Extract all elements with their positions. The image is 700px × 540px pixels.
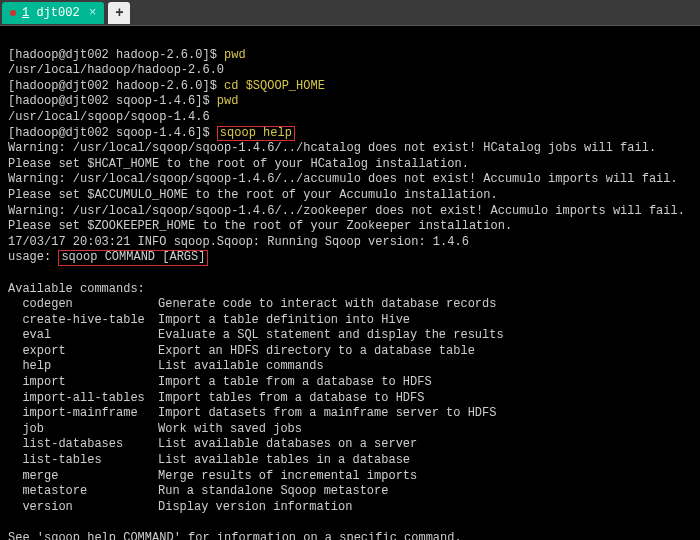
command-name: metastore (8, 484, 158, 500)
command-row: jobWork with saved jobs (8, 422, 692, 438)
command-desc: Run a standalone Sqoop metastore (158, 484, 388, 498)
command-desc: Merge results of incremental imports (158, 469, 417, 483)
command-row: create-hive-tableImport a table definiti… (8, 313, 692, 329)
tab-title: 1 djt002 (22, 6, 80, 20)
command-desc: Import datasets from a mainframe server … (158, 406, 496, 420)
prompt-3: [hadoop@djt002 sqoop-1.4.6]$ (8, 94, 217, 108)
cmd-sqoop-help: sqoop help (217, 126, 295, 141)
command-row: exportExport an HDFS directory to a data… (8, 344, 692, 360)
warn-zookeeper: Warning: /usr/local/sqoop/sqoop-1.4.6/..… (8, 204, 685, 218)
warn-hcat: Warning: /usr/local/sqoop/sqoop-1.4.6/..… (8, 141, 656, 155)
command-row: list-tablesList available tables in a da… (8, 453, 692, 469)
usage-line: usage: sqoop COMMAND [ARGS] (8, 250, 208, 264)
command-desc: Work with saved jobs (158, 422, 302, 436)
command-row: import-all-tablesImport tables from a da… (8, 391, 692, 407)
close-icon[interactable]: × (89, 5, 97, 20)
cmd-pwd-1: pwd (224, 48, 246, 62)
command-row: mergeMerge results of incremental import… (8, 469, 692, 485)
add-tab-button[interactable]: + (108, 2, 130, 24)
command-name: help (8, 359, 158, 375)
command-desc: List available databases on a server (158, 437, 417, 451)
warn-accumulo: Warning: /usr/local/sqoop/sqoop-1.4.6/..… (8, 172, 678, 186)
available-commands-header: Available commands: (8, 282, 145, 296)
see-more: See 'sqoop help COMMAND' for information… (8, 531, 462, 540)
command-desc: Import tables from a database to HDFS (158, 391, 424, 405)
command-desc: Evaluate a SQL statement and display the… (158, 328, 504, 342)
command-row: importImport a table from a database to … (8, 375, 692, 391)
command-desc: Import a table definition into Hive (158, 313, 410, 327)
command-name: codegen (8, 297, 158, 313)
command-row: import-mainframeImport datasets from a m… (8, 406, 692, 422)
command-name: import-all-tables (8, 391, 158, 407)
set-zookeeper: Please set $ZOOKEEPER_HOME to the root o… (8, 219, 512, 233)
command-desc: List available tables in a database (158, 453, 410, 467)
command-name: create-hive-table (8, 313, 158, 329)
command-desc: Import a table from a database to HDFS (158, 375, 432, 389)
command-row: codegenGenerate code to interact with da… (8, 297, 692, 313)
usage-box: sqoop COMMAND [ARGS] (58, 250, 208, 265)
prompt-4: [hadoop@djt002 sqoop-1.4.6]$ (8, 126, 217, 140)
prompt-2: [hadoop@djt002 hadoop-2.6.0]$ (8, 79, 224, 93)
command-name: merge (8, 469, 158, 485)
command-name: list-tables (8, 453, 158, 469)
command-desc: Export an HDFS directory to a database t… (158, 344, 475, 358)
out-pwd2: /usr/local/sqoop/sqoop-1.4.6 (8, 110, 210, 124)
command-name: job (8, 422, 158, 438)
set-hcat: Please set $HCAT_HOME to the root of you… (8, 157, 469, 171)
command-name: eval (8, 328, 158, 344)
tab-active[interactable]: 1 djt002 × (2, 2, 104, 24)
command-row: helpList available commands (8, 359, 692, 375)
command-row: versionDisplay version information (8, 500, 692, 516)
command-row: evalEvaluate a SQL statement and display… (8, 328, 692, 344)
command-name: version (8, 500, 158, 516)
out-pwd1: /usr/local/hadoop/hadoop-2.6.0 (8, 63, 224, 77)
command-row: list-databasesList available databases o… (8, 437, 692, 453)
command-name: export (8, 344, 158, 360)
command-row: metastoreRun a standalone Sqoop metastor… (8, 484, 692, 500)
command-desc: Display version information (158, 500, 352, 514)
prompt-1: [hadoop@djt002 hadoop-2.6.0]$ (8, 48, 224, 62)
status-dot-icon (10, 10, 16, 16)
cmd-pwd-2: pwd (217, 94, 239, 108)
command-name: import-mainframe (8, 406, 158, 422)
command-name: import (8, 375, 158, 391)
command-desc: List available commands (158, 359, 324, 373)
commands-list: codegenGenerate code to interact with da… (8, 297, 692, 515)
command-name: list-databases (8, 437, 158, 453)
set-accumulo: Please set $ACCUMULO_HOME to the root of… (8, 188, 498, 202)
terminal-output[interactable]: [hadoop@djt002 hadoop-2.6.0]$ pwd /usr/l… (0, 26, 700, 540)
cmd-cd: cd $SQOOP_HOME (224, 79, 325, 93)
info-version: 17/03/17 20:03:21 INFO sqoop.Sqoop: Runn… (8, 235, 469, 249)
tab-bar: 1 djt002 × + (0, 0, 700, 26)
command-desc: Generate code to interact with database … (158, 297, 496, 311)
